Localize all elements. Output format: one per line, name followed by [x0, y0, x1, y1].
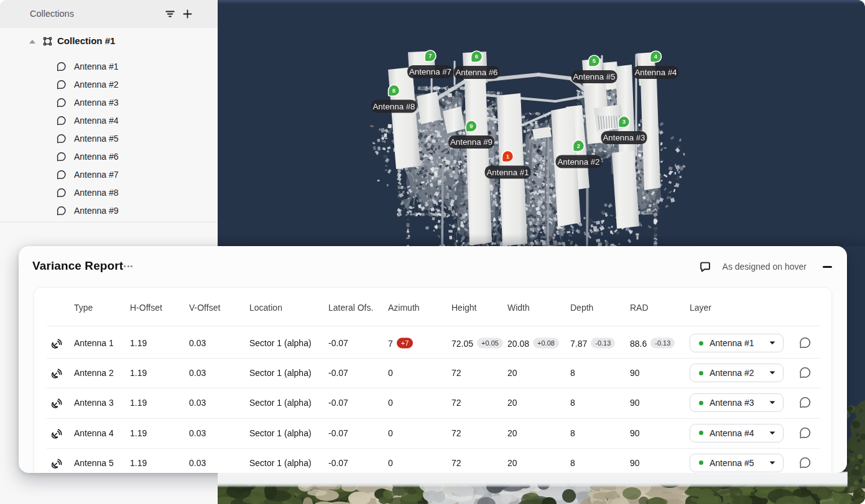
svg-text:Antenna #4: Antenna #4: [634, 68, 677, 77]
svg-text:3: 3: [622, 118, 626, 125]
svg-text:6: 6: [475, 53, 478, 60]
svg-text:Antenna #6: Antenna #6: [455, 68, 497, 77]
svg-text:7: 7: [428, 52, 432, 59]
svg-text:Antenna #8: Antenna #8: [372, 102, 415, 111]
svg-text:2: 2: [577, 142, 580, 149]
svg-text:Antenna #1: Antenna #1: [486, 168, 529, 177]
svg-text:5: 5: [593, 57, 596, 64]
svg-text:Antenna #5: Antenna #5: [573, 72, 615, 81]
svg-text:4: 4: [654, 53, 658, 60]
svg-text:Antenna #7: Antenna #7: [409, 67, 451, 76]
svg-text:9: 9: [470, 122, 473, 129]
svg-text:8: 8: [392, 87, 395, 94]
svg-text:Antenna #2: Antenna #2: [557, 157, 599, 167]
svg-text:Antenna #3: Antenna #3: [603, 133, 645, 142]
svg-text:1: 1: [506, 153, 510, 160]
svg-text:Antenna #9: Antenna #9: [450, 137, 493, 147]
